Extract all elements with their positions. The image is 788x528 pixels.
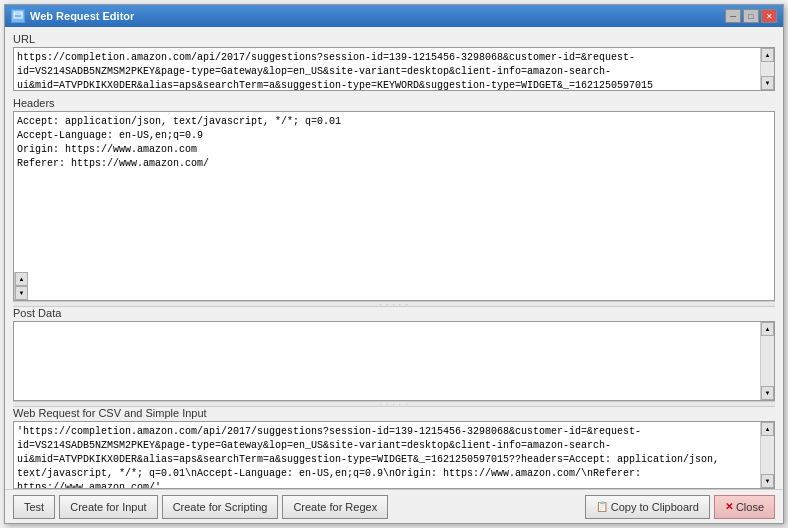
- url-input[interactable]: https://completion.amazon.com/api/2017/s…: [14, 48, 760, 90]
- url-scroll-up[interactable]: ▲: [761, 48, 774, 62]
- csv-scrollbar: ▲ ▼: [760, 422, 774, 488]
- maximize-button[interactable]: □: [743, 9, 759, 23]
- headers-scroll-down[interactable]: ▼: [15, 286, 28, 300]
- close-button[interactable]: ✕ Close: [714, 495, 775, 519]
- window-close-button[interactable]: ✕: [761, 9, 777, 23]
- window-icon: [11, 9, 25, 23]
- post-data-section: ▲ ▼: [13, 321, 775, 401]
- title-bar-controls: ─ □ ✕: [725, 9, 777, 23]
- minimize-button[interactable]: ─: [725, 9, 741, 23]
- close-x-icon: ✕: [725, 501, 733, 512]
- post-scroll-track: [761, 336, 774, 386]
- url-label: URL: [13, 33, 775, 45]
- csv-scroll-track: [761, 436, 774, 474]
- copy-clipboard-button[interactable]: 📋 Copy to Clipboard: [585, 495, 710, 519]
- create-scripting-button[interactable]: Create for Scripting: [162, 495, 279, 519]
- clipboard-icon: 📋: [596, 501, 608, 512]
- headers-scrollbar: ▲ ▼: [14, 272, 28, 300]
- bottom-bar: Test Create for Input Create for Scripti…: [5, 489, 783, 523]
- csv-label: Web Request for CSV and Simple Input: [13, 407, 775, 419]
- url-scroll-track: [761, 62, 774, 76]
- window-title: Web Request Editor: [30, 10, 134, 22]
- title-bar: Web Request Editor ─ □ ✕: [5, 5, 783, 27]
- headers-scroll-up[interactable]: ▲: [15, 272, 28, 286]
- bottom-left-buttons: Test Create for Input Create for Scripti…: [13, 495, 388, 519]
- svg-rect-0: [14, 12, 22, 18]
- bottom-right-buttons: 📋 Copy to Clipboard ✕ Close: [585, 495, 775, 519]
- headers-input[interactable]: Accept: application/json, text/javascrip…: [14, 112, 774, 272]
- post-scroll-down[interactable]: ▼: [761, 386, 774, 400]
- main-window: Web Request Editor ─ □ ✕ URL https://com…: [4, 4, 784, 524]
- test-button[interactable]: Test: [13, 495, 55, 519]
- post-scroll-up[interactable]: ▲: [761, 322, 774, 336]
- close-label: Close: [736, 501, 764, 513]
- headers-section: Accept: application/json, text/javascrip…: [13, 111, 775, 301]
- csv-scroll-up[interactable]: ▲: [761, 422, 774, 436]
- copy-clipboard-label: Copy to Clipboard: [611, 501, 699, 513]
- create-regex-button[interactable]: Create for Regex: [282, 495, 388, 519]
- title-bar-left: Web Request Editor: [11, 9, 134, 23]
- csv-input[interactable]: 'https://completion.amazon.com/api/2017/…: [14, 422, 760, 488]
- url-section: https://completion.amazon.com/api/2017/s…: [13, 47, 775, 91]
- url-scroll-down[interactable]: ▼: [761, 76, 774, 90]
- post-data-label: Post Data: [13, 307, 775, 319]
- url-scrollbar: ▲ ▼: [760, 48, 774, 90]
- post-scrollbar: ▲ ▼: [760, 322, 774, 400]
- create-input-button[interactable]: Create for Input: [59, 495, 157, 519]
- post-data-input[interactable]: [14, 322, 760, 400]
- csv-scroll-down[interactable]: ▼: [761, 474, 774, 488]
- headers-label: Headers: [13, 97, 775, 109]
- csv-section: 'https://completion.amazon.com/api/2017/…: [13, 421, 775, 489]
